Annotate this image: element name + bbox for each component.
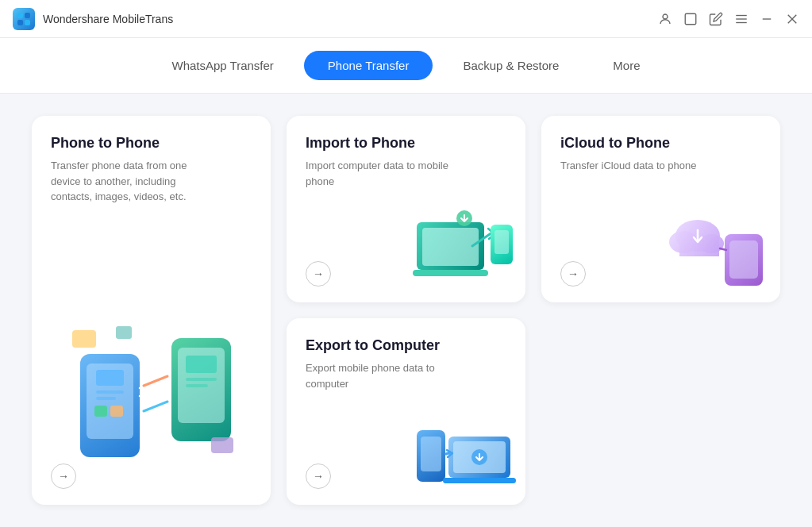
app-icon [13, 8, 35, 30]
tab-more[interactable]: More [589, 51, 664, 80]
svg-rect-39 [679, 240, 719, 256]
svg-rect-35 [729, 240, 758, 279]
svg-point-4 [663, 14, 668, 19]
phone-to-phone-illustration [72, 322, 231, 465]
svg-rect-1 [25, 13, 30, 18]
svg-rect-15 [96, 390, 124, 394]
svg-rect-24 [72, 330, 96, 348]
nav-bar: WhatsApp Transfer Phone Transfer Backup … [0, 38, 812, 94]
app-title: Wondershare MobileTrans [43, 13, 173, 25]
import-illustration [413, 202, 516, 293]
card-phone-to-phone-title: Phone to Phone [51, 135, 252, 152]
title-bar-controls [658, 12, 799, 26]
svg-rect-25 [211, 437, 233, 453]
card-icloud-arrow[interactable]: → [560, 261, 586, 287]
card-import-title: Import to Phone [306, 135, 506, 152]
svg-rect-22 [186, 378, 217, 381]
main-content: Phone to Phone Transfer phone data from … [0, 94, 812, 527]
svg-rect-17 [94, 406, 107, 417]
card-import-desc: Import computer data to mobile phone [306, 158, 464, 189]
cards-grid: Phone to Phone Transfer phone data from … [32, 116, 780, 505]
menu-icon[interactable] [734, 12, 749, 26]
tab-phone[interactable]: Phone Transfer [304, 51, 433, 80]
edit-icon[interactable] [709, 12, 723, 26]
card-import-to-phone[interactable]: Import to Phone Import computer data to … [287, 116, 525, 302]
svg-rect-23 [186, 384, 208, 387]
account-icon[interactable] [658, 12, 672, 26]
close-icon[interactable] [785, 12, 799, 26]
card-icloud-to-phone[interactable]: iCloud to Phone Transfer iCloud data to … [541, 116, 780, 302]
svg-rect-44 [443, 478, 516, 483]
card-export-title: Export to Computer [306, 337, 506, 354]
minimize-icon[interactable] [760, 12, 774, 26]
svg-rect-3 [25, 20, 30, 25]
svg-rect-28 [422, 228, 479, 266]
export-illustration [413, 413, 516, 495]
svg-rect-29 [413, 270, 488, 276]
svg-rect-18 [110, 406, 123, 417]
icloud-illustration [668, 202, 771, 293]
svg-rect-16 [96, 397, 116, 400]
tab-whatsapp[interactable]: WhatsApp Transfer [148, 51, 297, 80]
card-phone-to-phone-arrow[interactable]: → [51, 464, 76, 489]
card-export-arrow[interactable]: → [306, 464, 331, 489]
window-icon[interactable] [683, 12, 698, 26]
svg-rect-5 [685, 13, 696, 25]
title-bar-left: Wondershare MobileTrans [13, 8, 173, 30]
card-import-arrow[interactable]: → [306, 261, 331, 287]
svg-rect-14 [96, 370, 124, 386]
card-phone-to-phone-desc: Transfer phone data from one device to a… [51, 158, 210, 205]
card-export-desc: Export mobile phone data to computer [306, 360, 464, 391]
svg-rect-21 [186, 356, 217, 373]
svg-rect-0 [17, 13, 23, 18]
card-icloud-desc: Transfer iCloud data to phone [560, 158, 719, 174]
svg-rect-26 [116, 326, 132, 339]
svg-rect-41 [421, 437, 441, 471]
tab-backup[interactable]: Backup & Restore [439, 51, 583, 80]
card-icloud-title: iCloud to Phone [560, 135, 761, 152]
svg-rect-2 [17, 20, 23, 25]
svg-rect-31 [495, 230, 509, 254]
card-export-to-computer[interactable]: Export to Computer Export mobile phone d… [287, 318, 525, 505]
card-phone-to-phone[interactable]: Phone to Phone Transfer phone data from … [32, 116, 271, 505]
title-bar: Wondershare MobileTrans [0, 0, 812, 38]
